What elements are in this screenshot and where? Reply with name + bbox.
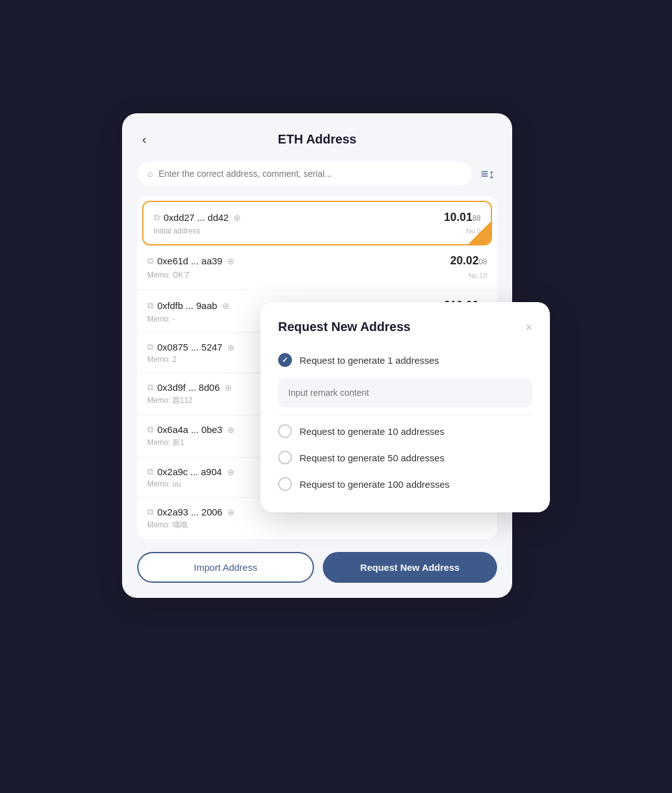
no-badge-1: No.10	[469, 272, 487, 279]
page-title: ETH Address	[278, 132, 357, 147]
modal-close-button[interactable]: ×	[525, 322, 532, 333]
address-text-1: 0xe61d ... aa39	[157, 256, 222, 266]
modal-title: Request New Address	[278, 320, 410, 334]
search-addr-icon-4[interactable]: ⊕	[225, 383, 232, 393]
memo-text-6: Memo: uu	[147, 480, 181, 488]
search-bar: ⌕ ≡↕	[137, 162, 497, 186]
address-text-7: 0x2a93 ... 2006	[157, 507, 222, 517]
search-addr-icon-6[interactable]: ⊕	[227, 467, 235, 477]
copy-icon-4[interactable]: ⧉	[147, 382, 154, 393]
radio-label-4: Request to generate 100 addresses	[300, 479, 450, 490]
bottom-buttons: Import Address Request New Address	[137, 552, 497, 583]
search-addr-icon-2[interactable]: ⊕	[222, 301, 230, 311]
search-input[interactable]	[159, 169, 462, 179]
radio-option-2[interactable]: Request to generate 10 addresses	[278, 418, 532, 444]
copy-icon-1[interactable]: ⧉	[147, 256, 154, 266]
radio-circle-4	[278, 477, 292, 491]
radio-label-2: Request to generate 10 addresses	[300, 426, 444, 437]
search-addr-icon-7[interactable]: ⊕	[227, 507, 235, 517]
copy-icon-2[interactable]: ⧉	[147, 300, 154, 311]
radio-circle-2	[278, 424, 292, 438]
copy-icon-3[interactable]: ⧉	[147, 342, 154, 352]
radio-option-3[interactable]: Request to generate 50 addresses	[278, 444, 532, 471]
address-text-6: 0x2a9c ... a904	[157, 466, 222, 477]
remark-input-wrap	[278, 378, 532, 407]
radio-option-1[interactable]: Request to generate 1 addresses	[278, 347, 532, 373]
import-address-button[interactable]: Import Address	[137, 552, 314, 583]
remark-input[interactable]	[288, 388, 522, 398]
search-addr-icon-5[interactable]: ⊕	[227, 425, 235, 435]
address-text-2: 0xfdfb ... 9aab	[157, 300, 217, 311]
radio-label-1: Request to generate 1 addresses	[300, 355, 439, 366]
address-item-0[interactable]: ⧉ 0xdd27 ... dd42 ⊕ 10.0188 Initial addr…	[142, 201, 492, 245]
radio-option-4[interactable]: Request to generate 100 addresses	[278, 471, 532, 497]
address-text-0: 0xdd27 ... dd42	[164, 212, 228, 223]
page-header: ‹ ETH Address	[137, 132, 497, 147]
memo-text-1: Memo: OK了	[147, 270, 191, 281]
memo-text-0: Initial address	[154, 227, 200, 235]
memo-text-2: Memo: -	[147, 315, 175, 323]
memo-text-3: Memo: 2	[147, 355, 177, 364]
amount-dec-1: 08	[479, 257, 487, 266]
copy-icon-7[interactable]: ⧉	[147, 507, 154, 517]
search-icon: ⌕	[147, 168, 154, 179]
divider	[278, 415, 532, 415]
search-addr-icon-0[interactable]: ⊕	[233, 213, 241, 223]
active-corner-badge	[468, 222, 491, 244]
search-input-wrap: ⌕	[137, 162, 472, 186]
address-text-5: 0x6a4a ... 0be3	[157, 424, 222, 435]
search-addr-icon-1[interactable]: ⊕	[227, 256, 235, 266]
modal-header: Request New Address ×	[278, 320, 532, 334]
copy-icon-0[interactable]: ⧉	[154, 212, 160, 223]
address-text-4: 0x3d9f ... 8d06	[157, 382, 220, 393]
memo-text-7: Memo: 哦哦	[147, 520, 188, 531]
radio-circle-3	[278, 451, 292, 464]
amount-main-1: 20.02	[451, 254, 479, 267]
memo-text-5: Memo: 新1	[147, 437, 184, 448]
search-addr-icon-3[interactable]: ⊕	[227, 342, 235, 352]
back-button[interactable]: ‹	[137, 130, 152, 149]
filter-button[interactable]: ≡↕	[478, 164, 497, 184]
address-text-3: 0x0875 ... 5247	[157, 342, 222, 352]
request-new-address-button[interactable]: Request New Address	[323, 552, 497, 583]
address-item-1[interactable]: ⧉ 0xe61d ... aa39 ⊕ 20.0208 Memo: OK了 No…	[137, 245, 497, 290]
radio-circle-1	[278, 353, 292, 367]
copy-icon-6[interactable]: ⧉	[147, 466, 154, 477]
radio-label-3: Request to generate 50 addresses	[300, 453, 444, 463]
memo-text-4: Memo: 圆112	[147, 395, 193, 406]
request-new-address-modal: Request New Address × Request to generat…	[260, 302, 550, 512]
copy-icon-5[interactable]: ⧉	[147, 424, 154, 435]
